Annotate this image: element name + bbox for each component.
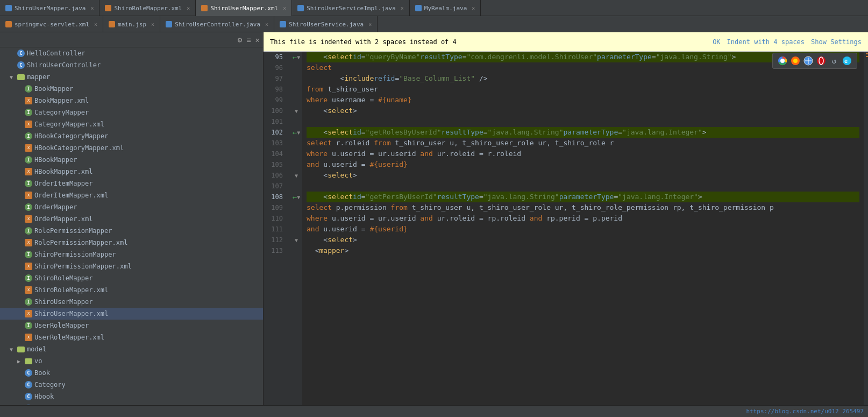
- java-file-icon: [280, 21, 286, 27]
- tree-item-label: mapper: [27, 73, 50, 81]
- tree-item-model[interactable]: ▼model: [0, 343, 263, 355]
- tab-tab2[interactable]: ShiroRoleMapper.xml×: [99, 0, 196, 16]
- status-url[interactable]: https://blog.csdn.net/u012 265497: [746, 408, 864, 415]
- tab-tab5[interactable]: MyRealm.java×: [410, 0, 481, 16]
- editor-area: This file is indented with 2 spaces inst…: [264, 32, 868, 405]
- tree-item-shirorolemapper[interactable]: IShiroRoleMapper: [0, 272, 263, 284]
- tree-item-mapper[interactable]: ▼mapper: [0, 71, 263, 83]
- tree-item-userrolemapper.xml[interactable]: XUserRoleMapper.xml: [0, 331, 263, 343]
- show-settings-button[interactable]: Show Settings: [811, 38, 862, 46]
- line-number: 110: [264, 213, 286, 224]
- code-line: <select>: [307, 105, 859, 116]
- fold-button[interactable]: ▼: [297, 130, 300, 136]
- settings-icon[interactable]: ≡: [246, 36, 251, 44]
- tab-tab4[interactable]: ShiroUserServiceImpl.java×: [292, 0, 410, 16]
- tree-item-hbookcategorymapper.xml[interactable]: XHBookCategoryMapper.xml: [0, 142, 263, 154]
- tree-item-orderitemmapper.xml[interactable]: XOrderItemMapper.xml: [0, 189, 263, 201]
- tree-item-ordermapper[interactable]: IOrderMapper: [0, 201, 263, 213]
- code-line: and u.userid = #{userid}: [307, 224, 859, 235]
- tree-item-shiropermissionmapper.xml[interactable]: XShiroPermissionMapper.xml: [0, 260, 263, 272]
- tree-item-hbookmapper.xml[interactable]: XHBookMapper.xml: [0, 166, 263, 178]
- code-line: <select id="getRolesByUserId" resultType…: [307, 127, 859, 138]
- gutter-item: ▼: [290, 170, 302, 181]
- folder-icon: [17, 74, 25, 80]
- tree-item-label: OrderMapper.xml: [34, 215, 93, 223]
- breakpoint-arrow[interactable]: ←: [293, 128, 297, 137]
- tree-arrow[interactable]: ▶: [17, 358, 25, 364]
- tab-tab3[interactable]: ShiroUserMapper.xml×: [196, 0, 292, 16]
- tree-item-hbookmapper[interactable]: IHBookMapper: [0, 154, 263, 166]
- folder-icon: [17, 347, 25, 352]
- tree-item-categorymapper[interactable]: ICategoryMapper: [0, 107, 263, 118]
- tree-item-hbookcategorymapper[interactable]: IHBookCategoryMapper: [0, 130, 263, 142]
- tab-close[interactable]: ×: [187, 5, 190, 11]
- tab-tab6[interactable]: springmvc-servlet.xml×: [0, 16, 103, 32]
- tab-label: ShiroUserMapper.xml: [210, 5, 278, 12]
- indent-button[interactable]: Indent with 4 spaces: [727, 38, 805, 46]
- xml-file-icon: [109, 21, 115, 27]
- breakpoint-arrow[interactable]: ←: [293, 53, 297, 61]
- tab-tab9[interactable]: ShiroUserService.java×: [274, 16, 378, 32]
- tree-item-ordermapper.xml[interactable]: XOrderMapper.xml: [0, 213, 263, 225]
- tab-close[interactable]: ×: [368, 22, 372, 27]
- tree-item-bookmapper.xml[interactable]: XBookMapper.xml: [0, 95, 263, 107]
- tab-close[interactable]: ×: [472, 5, 475, 11]
- notification-bar: This file is indented with 2 spaces inst…: [264, 32, 868, 52]
- code-content[interactable]: <select id="queryByName" resultType="com…: [302, 52, 864, 405]
- tree-item-shirousermapper[interactable]: IShiroUserMapper: [0, 296, 263, 308]
- opera-icon[interactable]: [816, 55, 827, 66]
- tree-item-category[interactable]: CCategory: [0, 379, 263, 391]
- tab-close[interactable]: ×: [401, 5, 404, 11]
- tab-tab8[interactable]: ShiroUserController.java×: [160, 16, 274, 32]
- tree-item-vo[interactable]: ▶vo: [0, 355, 263, 367]
- interface-icon: I: [25, 203, 32, 211]
- chrome-icon[interactable]: [777, 55, 788, 66]
- file-tree: CHelloControllerCShiroUserController▼map…: [0, 47, 263, 405]
- class-icon: C: [25, 393, 32, 400]
- tab-close[interactable]: ×: [90, 5, 94, 11]
- ok-button[interactable]: OK: [713, 38, 720, 46]
- breakpoint-arrow[interactable]: ←: [293, 193, 297, 201]
- fold-button[interactable]: ▼: [295, 237, 298, 243]
- ie-icon[interactable]: e: [842, 55, 852, 66]
- right-gutter: [864, 52, 868, 405]
- tab-label: MyRealm.java: [424, 5, 467, 12]
- tree-item-rolepermissionmapper[interactable]: IRolePermissionMapper: [0, 225, 263, 237]
- tree-item-orderitemmapper[interactable]: IOrderItemMapper: [0, 178, 263, 189]
- reload-icon[interactable]: ↺: [829, 55, 839, 66]
- line-number: 102: [264, 127, 286, 138]
- tree-arrow[interactable]: ▼: [10, 347, 17, 352]
- code-editor[interactable]: 9596979899100101102103104105106107108109…: [264, 52, 868, 405]
- tab-close[interactable]: ×: [151, 22, 154, 27]
- tree-item-book[interactable]: CBook: [0, 367, 263, 379]
- tree-item-rolepermissionmapper.xml[interactable]: XRolePermissionMapper.xml: [0, 237, 263, 249]
- tree-item-hellocontroller[interactable]: CHelloController: [0, 47, 263, 59]
- gear-icon[interactable]: ⚙: [238, 36, 242, 44]
- tree-item-hbook[interactable]: CHbook: [0, 391, 263, 402]
- tree-item-shirousermapper.xml[interactable]: XShiroUserMapper.xml: [0, 308, 263, 320]
- tree-item-shirousercontroller[interactable]: CShiroUserController: [0, 59, 263, 71]
- close-icon[interactable]: ✕: [255, 36, 260, 44]
- tree-arrow[interactable]: ▼: [10, 74, 17, 80]
- tab-tab1[interactable]: ShiroUserMapper.java×: [0, 0, 99, 16]
- tab-close[interactable]: ×: [283, 5, 286, 11]
- tab-close[interactable]: ×: [94, 22, 97, 27]
- tree-item-shiropermissionmapper[interactable]: IShiroPermissionMapper: [0, 249, 263, 260]
- fold-button[interactable]: ▼: [297, 194, 300, 200]
- tree-item-shirorolemapper.xml[interactable]: XShiroRoleMapper.xml: [0, 284, 263, 296]
- firefox-icon[interactable]: [790, 55, 801, 66]
- fold-button[interactable]: ▼: [295, 173, 298, 179]
- safari-icon[interactable]: [803, 55, 814, 66]
- tab-tab7[interactable]: main.jsp×: [103, 16, 160, 32]
- fold-button[interactable]: ▼: [297, 54, 300, 60]
- tab-close[interactable]: ×: [265, 22, 268, 27]
- tree-item-bookmapper[interactable]: IBookMapper: [0, 83, 263, 95]
- tree-item-label: OrderMapper: [34, 203, 77, 211]
- tree-item-categorymapper.xml[interactable]: XCategoryMapper.xml: [0, 118, 263, 130]
- code-line: select r.roleid from t_shiro_user u, t_s…: [307, 138, 859, 149]
- tree-item-label: UserRoleMapper: [34, 322, 89, 329]
- sidebar: ⚙ ≡ ✕ CHelloControllerCShiroUserControll…: [0, 32, 264, 405]
- code-line: where u.userid = ur.userid and ur.roleid…: [307, 213, 859, 224]
- fold-button[interactable]: ▼: [295, 108, 298, 114]
- tree-item-userrolemapper[interactable]: IUserRoleMapper: [0, 320, 263, 331]
